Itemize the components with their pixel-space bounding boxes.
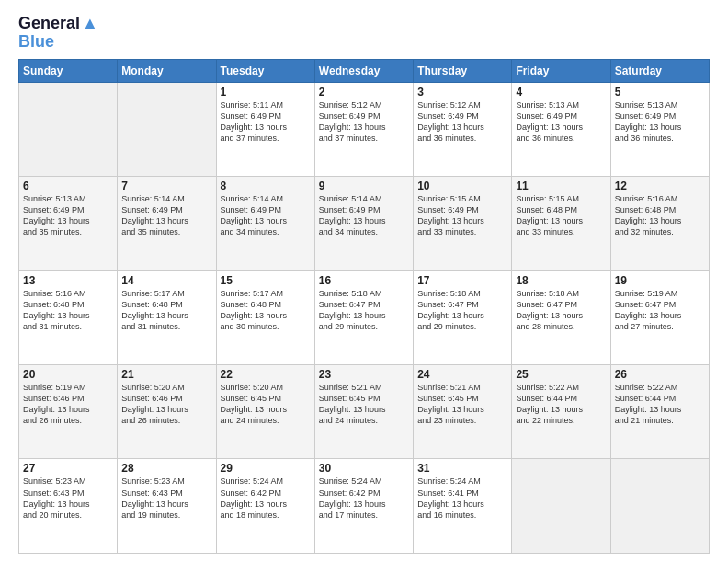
day-number: 15 — [221, 274, 311, 287]
day-cell: 16Sunrise: 5:18 AM Sunset: 6:47 PM Dayli… — [314, 270, 413, 364]
day-number: 2 — [319, 86, 409, 98]
day-cell: 14Sunrise: 5:17 AM Sunset: 6:48 PM Dayli… — [118, 270, 216, 364]
day-info: Sunrise: 5:18 AM Sunset: 6:47 PM Dayligh… — [319, 289, 386, 331]
day-cell: 6Sunrise: 5:13 AM Sunset: 6:49 PM Daylig… — [19, 177, 118, 270]
day-cell: 3Sunrise: 5:12 AM Sunset: 6:49 PM Daylig… — [414, 82, 512, 176]
day-info: Sunrise: 5:19 AM Sunset: 6:47 PM Dayligh… — [615, 289, 682, 331]
logo-text: General▲ — [18, 15, 98, 33]
day-cell: 23Sunrise: 5:21 AM Sunset: 6:45 PM Dayli… — [314, 365, 413, 459]
day-info: Sunrise: 5:24 AM Sunset: 6:41 PM Dayligh… — [417, 477, 484, 519]
day-number: 14 — [121, 274, 211, 287]
day-number: 8 — [221, 179, 311, 192]
day-number: 4 — [516, 86, 606, 98]
logo-text2: Blue — [18, 32, 54, 51]
day-cell: 15Sunrise: 5:17 AM Sunset: 6:48 PM Dayli… — [216, 270, 314, 364]
day-number: 18 — [516, 274, 606, 287]
day-info: Sunrise: 5:17 AM Sunset: 6:48 PM Dayligh… — [121, 289, 188, 331]
day-number: 28 — [121, 462, 211, 475]
day-cell: 20Sunrise: 5:19 AM Sunset: 6:46 PM Dayli… — [19, 365, 118, 459]
day-info: Sunrise: 5:16 AM Sunset: 6:48 PM Dayligh… — [23, 289, 90, 331]
day-number: 5 — [615, 86, 705, 98]
day-cell — [610, 459, 709, 554]
day-number: 3 — [417, 86, 507, 98]
day-number: 25 — [516, 368, 606, 381]
day-cell: 5Sunrise: 5:13 AM Sunset: 6:49 PM Daylig… — [610, 82, 709, 176]
day-info: Sunrise: 5:14 AM Sunset: 6:49 PM Dayligh… — [121, 194, 188, 236]
day-cell: 25Sunrise: 5:22 AM Sunset: 6:44 PM Dayli… — [512, 365, 610, 459]
day-info: Sunrise: 5:21 AM Sunset: 6:45 PM Dayligh… — [417, 383, 484, 425]
day-number: 26 — [615, 368, 705, 381]
day-info: Sunrise: 5:24 AM Sunset: 6:42 PM Dayligh… — [221, 477, 288, 519]
day-number: 11 — [516, 179, 606, 192]
day-number: 29 — [221, 462, 311, 475]
day-info: Sunrise: 5:14 AM Sunset: 6:49 PM Dayligh… — [319, 194, 386, 236]
day-cell: 26Sunrise: 5:22 AM Sunset: 6:44 PM Dayli… — [610, 365, 709, 459]
day-number: 30 — [319, 462, 409, 475]
day-info: Sunrise: 5:18 AM Sunset: 6:47 PM Dayligh… — [417, 289, 484, 331]
day-cell: 8Sunrise: 5:14 AM Sunset: 6:49 PM Daylig… — [216, 177, 314, 270]
week-row-5: 27Sunrise: 5:23 AM Sunset: 6:43 PM Dayli… — [19, 459, 710, 554]
day-number: 21 — [121, 368, 211, 381]
day-cell: 30Sunrise: 5:24 AM Sunset: 6:42 PM Dayli… — [314, 459, 413, 554]
weekday-monday: Monday — [118, 59, 216, 82]
day-number: 23 — [319, 368, 409, 381]
logo: General▲ Blue — [18, 15, 98, 52]
day-cell — [118, 82, 216, 176]
day-cell: 28Sunrise: 5:23 AM Sunset: 6:43 PM Dayli… — [118, 459, 216, 554]
day-number: 12 — [615, 179, 705, 192]
day-info: Sunrise: 5:13 AM Sunset: 6:49 PM Dayligh… — [23, 194, 90, 236]
week-row-4: 20Sunrise: 5:19 AM Sunset: 6:46 PM Dayli… — [19, 365, 710, 459]
weekday-thursday: Thursday — [414, 59, 512, 82]
day-info: Sunrise: 5:17 AM Sunset: 6:48 PM Dayligh… — [221, 289, 288, 331]
weekday-row: SundayMondayTuesdayWednesdayThursdayFrid… — [19, 59, 710, 82]
day-info: Sunrise: 5:19 AM Sunset: 6:46 PM Dayligh… — [23, 383, 90, 425]
week-row-1: 1Sunrise: 5:11 AM Sunset: 6:49 PM Daylig… — [19, 82, 710, 176]
day-cell: 11Sunrise: 5:15 AM Sunset: 6:48 PM Dayli… — [512, 177, 610, 270]
day-number: 10 — [417, 179, 507, 192]
day-cell: 12Sunrise: 5:16 AM Sunset: 6:48 PM Dayli… — [610, 177, 709, 270]
day-info: Sunrise: 5:24 AM Sunset: 6:42 PM Dayligh… — [319, 477, 386, 519]
day-info: Sunrise: 5:13 AM Sunset: 6:49 PM Dayligh… — [615, 100, 682, 143]
day-cell — [512, 459, 610, 554]
day-number: 20 — [23, 368, 113, 381]
day-number: 31 — [417, 462, 507, 475]
calendar-body: 1Sunrise: 5:11 AM Sunset: 6:49 PM Daylig… — [19, 82, 710, 553]
day-number: 27 — [23, 462, 113, 475]
day-cell: 31Sunrise: 5:24 AM Sunset: 6:41 PM Dayli… — [414, 459, 512, 554]
day-number: 24 — [417, 368, 507, 381]
day-info: Sunrise: 5:21 AM Sunset: 6:45 PM Dayligh… — [319, 383, 386, 425]
weekday-friday: Friday — [512, 59, 610, 82]
day-cell: 29Sunrise: 5:24 AM Sunset: 6:42 PM Dayli… — [216, 459, 314, 554]
day-cell: 13Sunrise: 5:16 AM Sunset: 6:48 PM Dayli… — [19, 270, 118, 364]
day-number: 13 — [23, 274, 113, 287]
week-row-3: 13Sunrise: 5:16 AM Sunset: 6:48 PM Dayli… — [19, 270, 710, 364]
day-info: Sunrise: 5:20 AM Sunset: 6:45 PM Dayligh… — [221, 383, 288, 425]
day-cell: 19Sunrise: 5:19 AM Sunset: 6:47 PM Dayli… — [610, 270, 709, 364]
day-info: Sunrise: 5:12 AM Sunset: 6:49 PM Dayligh… — [319, 100, 386, 143]
day-number: 6 — [23, 179, 113, 192]
day-cell: 17Sunrise: 5:18 AM Sunset: 6:47 PM Dayli… — [414, 270, 512, 364]
day-info: Sunrise: 5:14 AM Sunset: 6:49 PM Dayligh… — [221, 194, 288, 236]
day-info: Sunrise: 5:12 AM Sunset: 6:49 PM Dayligh… — [417, 100, 484, 143]
day-number: 19 — [615, 274, 705, 287]
day-info: Sunrise: 5:23 AM Sunset: 6:43 PM Dayligh… — [23, 477, 90, 519]
day-info: Sunrise: 5:18 AM Sunset: 6:47 PM Dayligh… — [516, 289, 583, 331]
calendar: SundayMondayTuesdayWednesdayThursdayFrid… — [18, 59, 710, 554]
week-row-2: 6Sunrise: 5:13 AM Sunset: 6:49 PM Daylig… — [19, 177, 710, 270]
day-cell: 22Sunrise: 5:20 AM Sunset: 6:45 PM Dayli… — [216, 365, 314, 459]
day-info: Sunrise: 5:16 AM Sunset: 6:48 PM Dayligh… — [615, 194, 682, 236]
day-cell: 9Sunrise: 5:14 AM Sunset: 6:49 PM Daylig… — [314, 177, 413, 270]
day-number: 9 — [319, 179, 409, 192]
weekday-sunday: Sunday — [19, 59, 118, 82]
day-number: 1 — [221, 86, 311, 98]
day-number: 22 — [221, 368, 311, 381]
weekday-tuesday: Tuesday — [216, 59, 314, 82]
day-cell: 24Sunrise: 5:21 AM Sunset: 6:45 PM Dayli… — [414, 365, 512, 459]
day-cell: 4Sunrise: 5:13 AM Sunset: 6:49 PM Daylig… — [512, 82, 610, 176]
day-cell: 10Sunrise: 5:15 AM Sunset: 6:49 PM Dayli… — [414, 177, 512, 270]
day-info: Sunrise: 5:15 AM Sunset: 6:48 PM Dayligh… — [516, 194, 583, 236]
page: General▲ Blue SundayMondayTuesdayWednesd… — [0, 0, 728, 563]
day-number: 7 — [121, 179, 211, 192]
day-cell: 18Sunrise: 5:18 AM Sunset: 6:47 PM Dayli… — [512, 270, 610, 364]
weekday-saturday: Saturday — [610, 59, 709, 82]
